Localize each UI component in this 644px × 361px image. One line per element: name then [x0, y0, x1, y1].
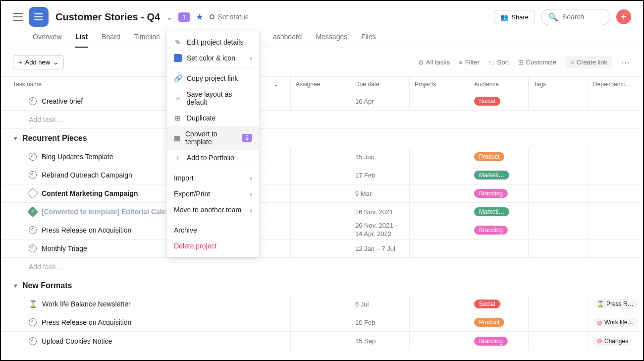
audience-pill[interactable]: Branding	[474, 337, 508, 346]
search-input[interactable]	[562, 13, 607, 21]
audience-pill[interactable]: Product	[474, 318, 504, 327]
tab-list[interactable]: List	[75, 33, 88, 48]
dependency-pill[interactable]: ⊖Work life …	[593, 318, 638, 327]
link-icon: ○	[570, 59, 574, 66]
menu-move-team[interactable]: Move to another team›	[167, 202, 259, 218]
hamburger-menu[interactable]	[13, 13, 23, 21]
create-link-button[interactable]: ○Create link	[565, 56, 612, 68]
tab-overview[interactable]: Overview	[33, 33, 61, 48]
complete-check-icon[interactable]	[29, 153, 37, 161]
svg-rect-1	[34, 16, 43, 17]
sort-button[interactable]: ↑↓Sort	[488, 59, 509, 66]
section-header[interactable]: ▼ Recurrent Pieces	[1, 129, 643, 148]
tab-board[interactable]: Board	[102, 33, 120, 48]
section-header[interactable]: ▼ New Formats	[1, 276, 643, 295]
sort-icon: ↑↓	[488, 59, 495, 66]
dependency-pill[interactable]: ⌛Press Rele…	[593, 300, 638, 308]
search-box[interactable]: 🔍	[541, 9, 610, 25]
menu-save-layout[interactable]: ⎘Save layout as default	[167, 86, 259, 110]
task-row[interactable]: Creative brief 16 Apr Social	[1, 92, 643, 111]
check-circle-icon: ⊘	[418, 59, 424, 66]
status-circle-icon	[210, 14, 215, 19]
hourglass-icon: ⌛	[597, 301, 604, 307]
audience-pill[interactable]: Product	[474, 152, 504, 161]
project-title[interactable]: Customer Stories - Q4	[55, 11, 160, 23]
menu-import[interactable]: Import›	[167, 170, 259, 186]
svg-rect-0	[34, 13, 43, 14]
task-row[interactable]: Rebrand Outreach Campaign 17 Feb Marketi…	[1, 166, 643, 184]
milestone-icon[interactable]	[27, 188, 39, 199]
complete-check-icon[interactable]	[29, 318, 37, 326]
filter-icon: ≡	[459, 59, 463, 66]
task-row[interactable]: Upload Cookies Notice 15 Sep Branding ⊖C…	[1, 332, 643, 350]
project-menu-chevron[interactable]: ⌄	[166, 12, 172, 22]
task-row[interactable]: Press Release on Acquisition 26 Nov, 202…	[1, 221, 643, 240]
grid-icon: ⊞	[518, 59, 524, 66]
customize-button[interactable]: ⊞Customize	[518, 59, 556, 66]
collapse-icon[interactable]: ▼	[13, 283, 18, 289]
task-row[interactable]: Monthly Triage 12 Jan – 7 Jul	[1, 240, 643, 258]
blocked-icon: ⊖	[597, 319, 602, 326]
task-row[interactable]: ⌛Work life Balance Newsletter 6 Jul Soci…	[1, 295, 643, 313]
complete-check-icon[interactable]	[29, 244, 37, 252]
menu-set-color[interactable]: Set color & icon›	[167, 50, 259, 66]
dependency-pill[interactable]: ⊖Changes	[593, 337, 632, 346]
task-row[interactable]: Blog Updates Template 15 Jun Product	[1, 148, 643, 166]
global-add-button[interactable]: +	[616, 9, 631, 24]
set-status[interactable]: Set status	[210, 13, 248, 21]
audience-pill[interactable]: Marketi…	[474, 207, 509, 216]
tab-dashboard[interactable]: ashboard	[273, 33, 302, 48]
task-row[interactable]: Content Marketing Campaign 9 Mar Brandin…	[1, 184, 643, 203]
column-sort-icon[interactable]: ⌄	[273, 81, 278, 88]
task-row[interactable]: [Converted to template] Editorial Cale 2…	[1, 203, 643, 221]
audience-pill[interactable]: Social	[474, 300, 500, 308]
column-assignee[interactable]: Assignee	[291, 77, 350, 92]
template-icon: ▦	[174, 134, 180, 142]
chevron-right-icon: ›	[250, 54, 252, 62]
add-task-row[interactable]: Add task…	[1, 258, 643, 276]
column-dependencies[interactable]: Dependenci…	[588, 77, 643, 92]
tab-files[interactable]: Files	[361, 33, 376, 48]
more-button[interactable]: ⋯	[621, 57, 631, 68]
column-due[interactable]: Due date	[350, 77, 410, 92]
duplicate-icon: ⊞	[174, 114, 182, 122]
menu-convert-template[interactable]: ▦Convert to template2	[167, 126, 259, 150]
menu-divider	[167, 68, 259, 68]
collapse-icon[interactable]: ▼	[13, 135, 18, 141]
complete-check-icon[interactable]	[29, 226, 37, 234]
star-icon[interactable]: ★	[196, 11, 204, 22]
blocked-icon: ⊖	[597, 338, 602, 344]
column-tags[interactable]: Tags	[529, 77, 588, 92]
badge: 2	[242, 134, 252, 142]
hourglass-icon[interactable]: ⌛	[29, 300, 37, 308]
save-icon: ⎘	[174, 94, 181, 102]
menu-copy-link[interactable]: 🔗Copy project link	[167, 70, 259, 86]
audience-pill[interactable]: Marketi…	[474, 171, 509, 180]
add-new-button[interactable]: + Add new ⌄	[13, 55, 64, 69]
audience-pill[interactable]: Branding	[474, 226, 508, 235]
chevron-right-icon: ›	[250, 190, 252, 198]
menu-duplicate[interactable]: ⊞Duplicate	[167, 110, 259, 126]
audience-pill[interactable]: Branding	[474, 189, 508, 198]
share-button[interactable]: 👥 Share	[494, 10, 535, 24]
complete-check-icon[interactable]	[29, 171, 37, 179]
column-audience[interactable]: Audience	[469, 77, 529, 92]
milestone-done-icon[interactable]	[27, 206, 39, 218]
menu-divider	[167, 220, 259, 220]
menu-archive[interactable]: Archive	[167, 222, 259, 238]
task-row[interactable]: Press Release on Acquisition 10 Feb Prod…	[1, 313, 643, 332]
complete-check-icon[interactable]	[29, 97, 37, 105]
menu-add-portfolio[interactable]: +Add to Portfolio	[167, 150, 259, 166]
complete-check-icon[interactable]	[29, 337, 37, 345]
filter-all-tasks[interactable]: ⊘All tasks	[418, 59, 450, 66]
filter-button[interactable]: ≡Filter	[459, 59, 479, 66]
menu-export[interactable]: Export/Print›	[167, 186, 259, 202]
add-task-row[interactable]: Add task…	[1, 111, 643, 129]
menu-delete[interactable]: Delete project	[167, 238, 259, 254]
column-projects[interactable]: Projects	[410, 77, 469, 92]
pencil-icon: ✎	[174, 38, 182, 46]
audience-pill[interactable]: Social	[474, 97, 500, 106]
tab-timeline[interactable]: Timeline	[134, 33, 160, 48]
tab-messages[interactable]: Messages	[316, 33, 347, 48]
menu-edit-details[interactable]: ✎Edit project details	[167, 34, 259, 50]
